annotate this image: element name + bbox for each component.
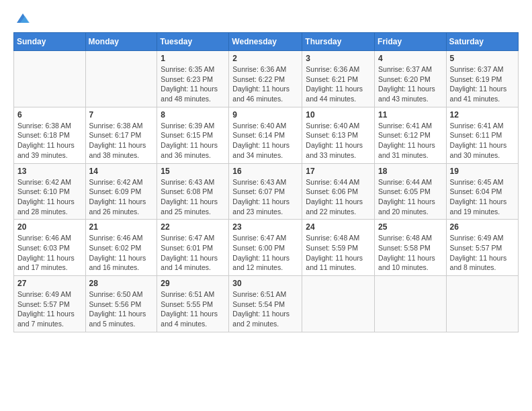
day-detail: Sunrise: 6:51 AMSunset: 5:55 PMDaylight:…	[161, 289, 225, 329]
calendar-cell: 7Sunrise: 6:38 AMSunset: 6:17 PMDaylight…	[85, 107, 157, 163]
day-detail: Sunrise: 6:41 AMSunset: 6:11 PMDaylight:…	[450, 121, 515, 161]
logo	[13, 11, 30, 26]
day-detail: Sunrise: 6:46 AMSunset: 6:03 PMDaylight:…	[17, 233, 82, 273]
calendar-cell: 19Sunrise: 6:45 AMSunset: 6:04 PMDayligh…	[446, 163, 518, 220]
day-number: 11	[378, 110, 443, 120]
day-number: 13	[17, 167, 82, 176]
day-number: 9	[232, 110, 298, 120]
day-detail: Sunrise: 6:47 AMSunset: 6:01 PMDaylight:…	[161, 233, 225, 273]
calendar-cell: 9Sunrise: 6:40 AMSunset: 6:14 PMDaylight…	[229, 107, 302, 163]
calendar-cell: 4Sunrise: 6:37 AMSunset: 6:20 PMDaylight…	[375, 51, 447, 107]
calendar-cell: 6Sunrise: 6:38 AMSunset: 6:18 PMDaylight…	[14, 107, 86, 163]
calendar-cell: 16Sunrise: 6:43 AMSunset: 6:07 PMDayligh…	[229, 163, 302, 220]
calendar-cell: 5Sunrise: 6:37 AMSunset: 6:19 PMDaylight…	[446, 51, 518, 107]
day-detail: Sunrise: 6:43 AMSunset: 6:07 PMDaylight:…	[232, 177, 298, 217]
day-detail: Sunrise: 6:44 AMSunset: 6:06 PMDaylight:…	[306, 177, 371, 217]
day-number: 7	[89, 110, 154, 120]
calendar-cell	[14, 51, 86, 107]
day-detail: Sunrise: 6:48 AMSunset: 5:58 PMDaylight:…	[378, 233, 443, 273]
day-detail: Sunrise: 6:42 AMSunset: 6:09 PMDaylight:…	[89, 177, 154, 217]
day-detail: Sunrise: 6:42 AMSunset: 6:10 PMDaylight:…	[17, 177, 82, 217]
week-row-3: 13Sunrise: 6:42 AMSunset: 6:10 PMDayligh…	[14, 163, 519, 220]
day-number: 14	[89, 167, 154, 176]
calendar-cell	[446, 276, 518, 332]
calendar-cell	[302, 276, 375, 332]
day-number: 29	[161, 279, 225, 288]
calendar-header-row: SundayMondayTuesdayWednesdayThursdayFrid…	[14, 33, 519, 51]
day-detail: Sunrise: 6:49 AMSunset: 5:57 PMDaylight:…	[450, 233, 515, 273]
day-number: 4	[378, 54, 443, 63]
day-number: 30	[232, 279, 298, 288]
page: SundayMondayTuesdayWednesdayThursdayFrid…	[0, 0, 532, 411]
day-number: 5	[450, 54, 515, 63]
day-detail: Sunrise: 6:37 AMSunset: 6:19 PMDaylight:…	[450, 64, 515, 104]
day-number: 28	[89, 279, 154, 288]
day-detail: Sunrise: 6:44 AMSunset: 6:05 PMDaylight:…	[378, 177, 443, 217]
day-detail: Sunrise: 6:36 AMSunset: 6:21 PMDaylight:…	[306, 64, 371, 104]
day-header-friday: Friday	[375, 33, 447, 51]
day-number: 25	[378, 222, 443, 232]
day-number: 8	[161, 110, 225, 120]
calendar-cell: 24Sunrise: 6:48 AMSunset: 5:59 PMDayligh…	[302, 220, 375, 276]
day-number: 12	[450, 110, 515, 120]
calendar-cell: 2Sunrise: 6:36 AMSunset: 6:22 PMDaylight…	[229, 51, 302, 107]
calendar-cell: 25Sunrise: 6:48 AMSunset: 5:58 PMDayligh…	[375, 220, 447, 276]
day-detail: Sunrise: 6:45 AMSunset: 6:04 PMDaylight:…	[450, 177, 515, 217]
calendar-cell: 28Sunrise: 6:50 AMSunset: 5:56 PMDayligh…	[85, 276, 157, 332]
day-detail: Sunrise: 6:37 AMSunset: 6:20 PMDaylight:…	[378, 64, 443, 104]
calendar-cell: 15Sunrise: 6:43 AMSunset: 6:08 PMDayligh…	[157, 163, 229, 220]
day-header-thursday: Thursday	[302, 33, 375, 51]
day-number: 16	[232, 167, 298, 176]
day-detail: Sunrise: 6:46 AMSunset: 6:02 PMDaylight:…	[89, 233, 154, 273]
day-header-monday: Monday	[85, 33, 157, 51]
day-number: 23	[232, 222, 298, 232]
day-detail: Sunrise: 6:43 AMSunset: 6:08 PMDaylight:…	[161, 177, 225, 217]
calendar-cell	[85, 51, 157, 107]
calendar-cell: 3Sunrise: 6:36 AMSunset: 6:21 PMDaylight…	[302, 51, 375, 107]
calendar-cell: 20Sunrise: 6:46 AMSunset: 6:03 PMDayligh…	[14, 220, 86, 276]
calendar-cell: 11Sunrise: 6:41 AMSunset: 6:12 PMDayligh…	[375, 107, 447, 163]
day-detail: Sunrise: 6:35 AMSunset: 6:23 PMDaylight:…	[161, 64, 225, 104]
calendar-table: SundayMondayTuesdayWednesdayThursdayFrid…	[13, 32, 519, 332]
calendar-cell: 17Sunrise: 6:44 AMSunset: 6:06 PMDayligh…	[302, 163, 375, 220]
week-row-2: 6Sunrise: 6:38 AMSunset: 6:18 PMDaylight…	[14, 107, 519, 163]
day-detail: Sunrise: 6:48 AMSunset: 5:59 PMDaylight:…	[306, 233, 371, 273]
day-detail: Sunrise: 6:49 AMSunset: 5:57 PMDaylight:…	[17, 289, 82, 329]
day-detail: Sunrise: 6:47 AMSunset: 6:00 PMDaylight:…	[232, 233, 298, 273]
day-number: 10	[306, 110, 371, 120]
day-detail: Sunrise: 6:36 AMSunset: 6:22 PMDaylight:…	[232, 64, 298, 104]
week-row-5: 27Sunrise: 6:49 AMSunset: 5:57 PMDayligh…	[14, 276, 519, 332]
calendar-cell: 21Sunrise: 6:46 AMSunset: 6:02 PMDayligh…	[85, 220, 157, 276]
day-number: 17	[306, 167, 371, 176]
calendar-cell: 22Sunrise: 6:47 AMSunset: 6:01 PMDayligh…	[157, 220, 229, 276]
day-detail: Sunrise: 6:40 AMSunset: 6:13 PMDaylight:…	[306, 121, 371, 161]
day-number: 15	[161, 167, 225, 176]
day-detail: Sunrise: 6:38 AMSunset: 6:18 PMDaylight:…	[17, 121, 82, 161]
calendar-cell: 18Sunrise: 6:44 AMSunset: 6:05 PMDayligh…	[375, 163, 447, 220]
day-detail: Sunrise: 6:38 AMSunset: 6:17 PMDaylight:…	[89, 121, 154, 161]
day-header-saturday: Saturday	[446, 33, 518, 51]
day-number: 22	[161, 222, 225, 232]
calendar-cell: 26Sunrise: 6:49 AMSunset: 5:57 PMDayligh…	[446, 220, 518, 276]
calendar-cell: 13Sunrise: 6:42 AMSunset: 6:10 PMDayligh…	[14, 163, 86, 220]
day-number: 26	[450, 222, 515, 232]
calendar-cell: 10Sunrise: 6:40 AMSunset: 6:13 PMDayligh…	[302, 107, 375, 163]
day-header-sunday: Sunday	[14, 33, 86, 51]
week-row-1: 1Sunrise: 6:35 AMSunset: 6:23 PMDaylight…	[14, 51, 519, 107]
day-number: 2	[232, 54, 298, 63]
day-header-wednesday: Wednesday	[229, 33, 302, 51]
calendar-cell: 12Sunrise: 6:41 AMSunset: 6:11 PMDayligh…	[446, 107, 518, 163]
day-number: 20	[17, 222, 82, 232]
day-number: 27	[17, 279, 82, 288]
day-number: 19	[450, 167, 515, 176]
day-number: 18	[378, 167, 443, 176]
day-number: 1	[161, 54, 225, 63]
calendar-cell: 23Sunrise: 6:47 AMSunset: 6:00 PMDayligh…	[229, 220, 302, 276]
calendar-cell: 29Sunrise: 6:51 AMSunset: 5:55 PMDayligh…	[157, 276, 229, 332]
calendar-cell: 8Sunrise: 6:39 AMSunset: 6:15 PMDaylight…	[157, 107, 229, 163]
day-detail: Sunrise: 6:51 AMSunset: 5:54 PMDaylight:…	[232, 289, 298, 329]
day-number: 21	[89, 222, 154, 232]
day-number: 24	[306, 222, 371, 232]
day-detail: Sunrise: 6:50 AMSunset: 5:56 PMDaylight:…	[89, 289, 154, 329]
calendar-cell: 30Sunrise: 6:51 AMSunset: 5:54 PMDayligh…	[229, 276, 302, 332]
